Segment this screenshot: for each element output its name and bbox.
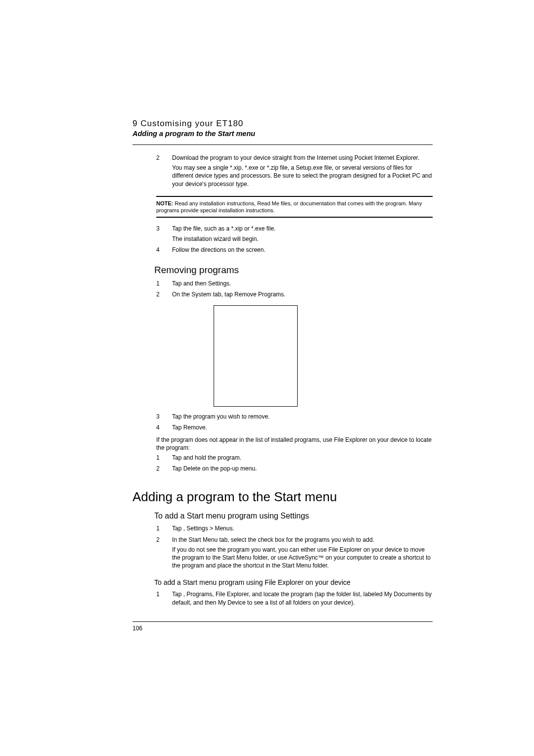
step-row: 3 Tap the file, such as a *.xip or *.exe… xyxy=(156,225,433,244)
step-para: On the System tab, tap Remove Programs. xyxy=(172,290,433,298)
step-number: 4 xyxy=(156,424,172,433)
step-number: 1 xyxy=(156,590,172,608)
step-text: Tap , Settings > Menus. xyxy=(172,524,433,534)
step-text: Follow the directions on the screen. xyxy=(172,246,433,256)
page-number: 106 xyxy=(133,625,433,632)
step-number: 2 xyxy=(156,154,172,190)
step-para: Tap Remove. xyxy=(172,424,433,431)
content-block: 2 Download the program to your device st… xyxy=(156,154,433,632)
step-para: Tap , Programs, File Explorer, and locat… xyxy=(172,590,433,606)
step-text: Tap , Programs, File Explorer, and locat… xyxy=(172,590,433,608)
step-text: Tap the program you wish to remove. xyxy=(172,413,433,423)
note-label: NOTE: xyxy=(156,200,173,206)
screenshot-placeholder xyxy=(214,305,298,407)
step-para: You may see a single *.xip, *.exe or *.z… xyxy=(172,164,433,188)
step-row: 1 Tap , Programs, File Explorer, and loc… xyxy=(156,590,433,608)
header-rule xyxy=(133,144,433,145)
step-row: 3 Tap the program you wish to remove. xyxy=(156,413,433,423)
removing-heading: Removing programs xyxy=(154,265,433,276)
step-number: 3 xyxy=(156,225,172,244)
step-para: Tap and hold the program. xyxy=(172,454,433,462)
step-para: In the Start Menu tab, select the check … xyxy=(172,536,433,544)
step-para: Follow the directions on the screen. xyxy=(172,246,433,254)
note-box: NOTE: Read any installation instructions… xyxy=(156,196,433,218)
step-para: Tap , Settings > Menus. xyxy=(172,524,433,532)
step-row: 4 Tap Remove. xyxy=(156,424,433,433)
section-heading: Adding a program to the Start menu xyxy=(133,130,433,138)
footer-rule xyxy=(133,621,433,622)
step-para: If you do not see the program you want, … xyxy=(172,546,433,570)
adding-sub1-heading: To add a Start menu program using Settin… xyxy=(154,512,433,520)
step-number: 2 xyxy=(156,465,172,474)
step-para: Tap the program you wish to remove. xyxy=(172,413,433,421)
step-row: 1 Tap and hold the program. xyxy=(156,454,433,464)
adding-heading: Adding a program to the Start menu xyxy=(133,489,433,505)
step-row: 1 Tap , Settings > Menus. xyxy=(156,524,433,534)
step-text: Download the program to your device stra… xyxy=(172,154,433,190)
step-row: 2 In the Start Menu tab, select the chec… xyxy=(156,536,433,572)
document-page: 9 Customising your ET180 Adding a progra… xyxy=(0,0,534,632)
adding-sub2-heading: To add a Start menu program using File E… xyxy=(154,578,433,586)
step-number: 4 xyxy=(156,246,172,256)
step-text: In the Start Menu tab, select the check … xyxy=(172,536,433,572)
note-text: Read any installation instructions, Read… xyxy=(156,200,422,213)
step-number: 1 xyxy=(156,524,172,534)
step-text: Tap and then Settings. xyxy=(172,280,433,289)
step-row: 4 Follow the directions on the screen. xyxy=(156,246,433,256)
step-text: Tap Remove. xyxy=(172,424,433,433)
removing-para: If the program does not appear in the li… xyxy=(156,436,433,452)
step-para: Tap Delete on the pop-up menu. xyxy=(172,465,433,472)
step-para: Download the program to your device stra… xyxy=(172,154,433,162)
step-row: 2 Tap Delete on the pop-up menu. xyxy=(156,465,433,474)
step-para: The installation wizard will begin. xyxy=(172,235,433,243)
step-row: 2 Download the program to your device st… xyxy=(156,154,433,190)
step-text: Tap Delete on the pop-up menu. xyxy=(172,465,433,474)
step-number: 1 xyxy=(156,454,172,464)
step-text: On the System tab, tap Remove Programs. xyxy=(172,290,433,300)
step-row: 2 On the System tab, tap Remove Programs… xyxy=(156,290,433,300)
step-text: Tap and hold the program. xyxy=(172,454,433,464)
step-number: 1 xyxy=(156,280,172,289)
step-number: 2 xyxy=(156,290,172,300)
footer: 106 xyxy=(133,621,433,632)
chapter-heading: 9 Customising your ET180 xyxy=(133,119,433,129)
step-number: 2 xyxy=(156,536,172,572)
step-row: 1 Tap and then Settings. xyxy=(156,280,433,289)
step-para: Tap and then Settings. xyxy=(172,280,433,287)
step-number: 3 xyxy=(156,413,172,423)
step-text: Tap the file, such as a *.xip or *.exe f… xyxy=(172,225,433,244)
step-para: Tap the file, such as a *.xip or *.exe f… xyxy=(172,225,433,233)
